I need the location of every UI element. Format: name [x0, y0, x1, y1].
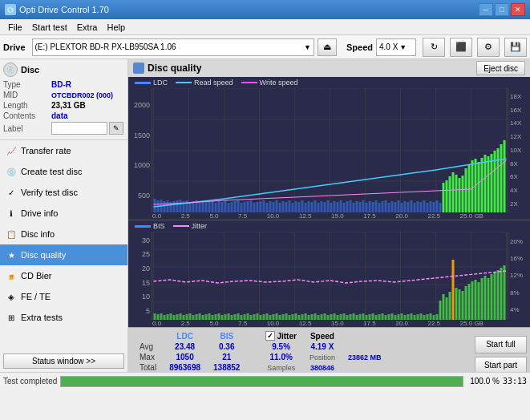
- svg-rect-246: [484, 276, 487, 320]
- sidebar-item-create-test-disc[interactable]: 💿 Create test disc: [0, 161, 127, 182]
- drive-eject-button[interactable]: ⏏: [318, 38, 337, 56]
- svg-rect-31: [202, 201, 204, 212]
- menu-start-test[interactable]: Start test: [27, 22, 72, 33]
- sidebar-item-extra-tests[interactable]: ⊞ Extra tests: [0, 307, 127, 328]
- x-axis-b-17.5: 17.5: [363, 320, 376, 327]
- svg-rect-82: [366, 203, 368, 212]
- y-axis-top-2000: 2000: [130, 101, 150, 109]
- sidebar-item-disc-quality[interactable]: ★ Disc quality: [0, 244, 127, 265]
- y-right-4x: 4X: [510, 187, 528, 194]
- y-axis-bottom-20: 20: [130, 265, 150, 273]
- sidebar-item-verify-test-disc[interactable]: ✓ Verify test disc: [0, 182, 127, 203]
- svg-rect-51: [266, 203, 269, 212]
- svg-rect-174: [253, 314, 256, 320]
- svg-rect-57: [285, 202, 288, 212]
- svg-rect-176: [260, 315, 262, 320]
- svg-rect-164: [221, 315, 224, 320]
- transfer-rate-icon: 📈: [5, 144, 18, 157]
- svg-rect-114: [468, 164, 471, 212]
- svg-rect-185: [289, 315, 291, 320]
- svg-rect-192: [311, 314, 314, 320]
- svg-rect-98: [417, 201, 419, 212]
- svg-rect-68: [321, 201, 323, 212]
- sidebar-item-fe-te[interactable]: ◈ FE / TE: [0, 286, 127, 307]
- svg-rect-205: [353, 313, 355, 320]
- menu-help[interactable]: Help: [102, 22, 130, 33]
- svg-rect-147: [167, 314, 169, 320]
- svg-rect-69: [324, 202, 326, 212]
- svg-rect-20: [167, 200, 169, 212]
- minimize-button[interactable]: ─: [479, 3, 493, 16]
- start-part-button[interactable]: Start part: [475, 357, 527, 373]
- col-bis: BIS: [207, 330, 246, 341]
- eject-button[interactable]: Eject disc: [476, 61, 525, 75]
- y-right-16pct: 16%: [510, 255, 528, 262]
- x-axis-b-7.5: 7.5: [238, 320, 247, 327]
- label-input[interactable]: [51, 122, 107, 135]
- sidebar-item-drive-info[interactable]: ℹ Drive info: [0, 203, 127, 224]
- content-area: Disc quality Eject disc LDC Read speed: [128, 59, 530, 372]
- menu-extra[interactable]: Extra: [72, 22, 103, 33]
- content-header: Disc quality Eject disc: [128, 59, 530, 77]
- burn-button[interactable]: ⬛: [450, 38, 472, 57]
- ldc-label: LDC: [153, 79, 168, 87]
- jitter-checkbox[interactable]: ✓: [265, 331, 275, 341]
- svg-rect-64: [308, 201, 310, 212]
- drive-info-label: Drive info: [21, 208, 58, 218]
- svg-rect-184: [285, 313, 288, 320]
- x-axis-10: 10.0: [267, 212, 280, 220]
- svg-rect-117: [478, 162, 480, 212]
- type-value: BD-R: [51, 80, 71, 89]
- y-right-20pct: 20%: [510, 238, 528, 245]
- save-button[interactable]: 💾: [504, 38, 527, 57]
- extra-tests-label: Extra tests: [21, 313, 63, 322]
- avg-jitter: 9.5%: [259, 341, 302, 352]
- menu-file[interactable]: File: [3, 22, 27, 33]
- svg-rect-245: [481, 278, 483, 320]
- status-window-button[interactable]: Status window >>: [3, 353, 124, 369]
- sidebar-item-cd-bier[interactable]: 🍺 CD Bier: [0, 265, 127, 286]
- svg-rect-118: [481, 158, 483, 212]
- label-edit-button[interactable]: ✎: [109, 122, 123, 135]
- svg-rect-87: [382, 201, 384, 212]
- svg-rect-94: [404, 201, 407, 212]
- avg-speed: 4.19 X: [303, 341, 342, 352]
- verify-test-disc-label: Verify test disc: [21, 188, 78, 197]
- svg-rect-208: [362, 313, 365, 320]
- action-buttons: Start full Start part: [471, 328, 530, 372]
- drive-dropdown[interactable]: (E:) PLEXTOR BD-R PX-LB950SA 1.06 ▼: [32, 38, 314, 56]
- svg-rect-143: [154, 313, 156, 320]
- x-axis-b-20: 20.0: [395, 320, 408, 327]
- svg-rect-83: [369, 201, 371, 212]
- svg-rect-78: [353, 203, 355, 212]
- sidebar-item-transfer-rate[interactable]: 📈 Transfer rate: [0, 140, 127, 161]
- y-right-10x: 10X: [510, 147, 528, 154]
- x-axis-b-25: 25.0 GB: [460, 320, 483, 327]
- svg-rect-193: [314, 313, 317, 320]
- cd-bier-icon: 🍺: [5, 269, 18, 282]
- sidebar-item-disc-info[interactable]: 📋 Disc info: [0, 224, 127, 244]
- start-full-button[interactable]: Start full: [475, 336, 527, 353]
- maximize-button[interactable]: □: [495, 3, 509, 16]
- progress-bar: [60, 376, 463, 387]
- type-label: Type: [3, 80, 51, 89]
- svg-rect-190: [305, 313, 307, 320]
- length-label: Length: [3, 101, 51, 110]
- svg-rect-187: [295, 313, 297, 320]
- svg-rect-202: [343, 313, 346, 320]
- close-button[interactable]: ✕: [511, 3, 525, 16]
- y-right-4pct: 4%: [510, 306, 528, 313]
- svg-rect-16: [154, 199, 156, 212]
- y-axis-bottom-25: 25: [130, 250, 150, 258]
- ldc-color: [135, 82, 151, 84]
- svg-rect-180: [273, 314, 275, 320]
- refresh-button[interactable]: ↻: [423, 38, 445, 57]
- mid-value: OTCBDR002 (000): [51, 91, 113, 99]
- settings-button[interactable]: ⚙: [477, 38, 500, 57]
- svg-rect-241: [468, 284, 471, 320]
- svg-rect-100: [423, 200, 426, 212]
- svg-rect-165: [225, 314, 227, 320]
- stats-table-area: LDC BIS ✓ Jitter Speed: [128, 328, 462, 372]
- speed-dropdown[interactable]: 4.0 X ▼: [376, 38, 416, 56]
- svg-rect-95: [407, 202, 410, 212]
